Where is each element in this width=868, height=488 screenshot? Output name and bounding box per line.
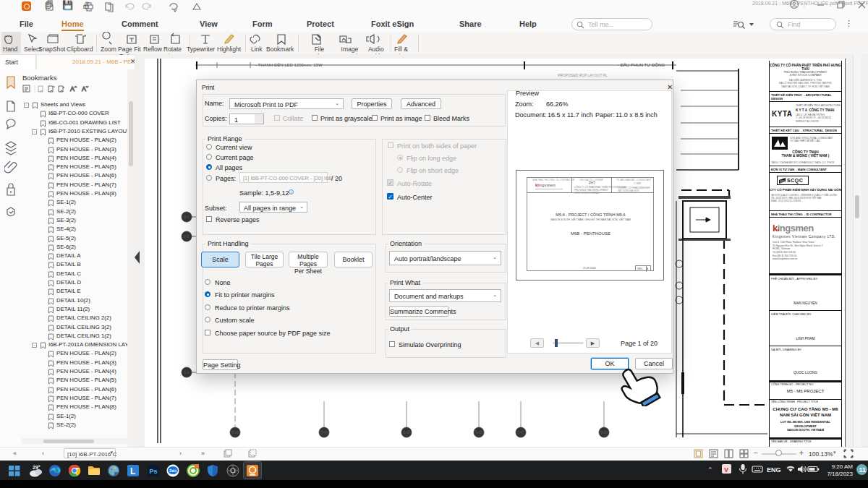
svg-text:11: 11 — [859, 466, 867, 474]
svg-text:Aˇ: Aˇ — [82, 85, 88, 93]
svg-text:L: L — [130, 466, 135, 476]
svg-text:B-06: B-06 — [475, 431, 482, 435]
svg-text:Aˆ: Aˆ — [70, 85, 77, 93]
svg-text:B-07: B-07 — [517, 431, 524, 435]
svg-text:29°: 29° — [33, 465, 41, 470]
svg-text:V: V — [724, 466, 728, 474]
svg-text:B-A: B-A — [184, 371, 190, 374]
svg-text:Ps: Ps — [150, 468, 158, 475]
svg-text:B-04: B-04 — [320, 431, 328, 435]
svg-text:B-B: B-B — [184, 235, 190, 239]
svg-text:Zalo: Zalo — [169, 468, 176, 473]
svg-text:B-03: B-03 — [231, 431, 239, 435]
svg-text:B-08: B-08 — [600, 431, 608, 435]
svg-text:B-C: B-C — [184, 215, 190, 219]
svg-text:B-05: B-05 — [403, 431, 410, 435]
